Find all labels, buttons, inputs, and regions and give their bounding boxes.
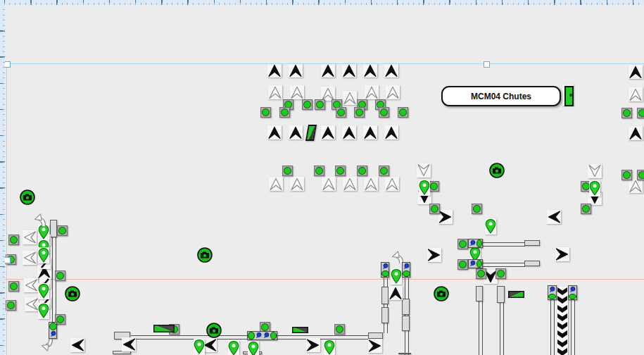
location-pin-icon[interactable]: [38, 303, 49, 319]
valve-indicator[interactable]: [562, 85, 574, 106]
status-dot[interactable]: [472, 204, 482, 214]
black-chevron-down-icon: [557, 322, 567, 330]
ruler-minor-ticks: [3, 4, 5, 355]
conveyor-segment: [476, 286, 483, 301]
camera-icon[interactable]: [197, 247, 213, 263]
location-pin-icon[interactable]: [391, 268, 402, 285]
status-dot-lamp: [355, 108, 363, 116]
status-dot[interactable]: [357, 166, 367, 176]
white-chevron-up-icon: [290, 177, 304, 191]
status-dot[interactable]: [637, 108, 644, 118]
blue-indicator-icon: [469, 239, 476, 247]
black-chevron-up-icon: [384, 125, 398, 139]
location-pin-icon[interactable]: [248, 341, 259, 355]
status-dot[interactable]: [354, 107, 365, 118]
conveyor-segment: [524, 240, 540, 246]
conveyor-segment: [402, 316, 410, 331]
status-dot[interactable]: [398, 107, 408, 118]
white-chevron-up-icon: [386, 85, 400, 99]
black-chevron-left-icon: [203, 338, 217, 352]
status-dot[interactable]: [282, 166, 293, 176]
camera-icon[interactable]: [65, 286, 80, 301]
status-dot[interactable]: [8, 281, 19, 292]
ramp-indicator: [153, 325, 175, 332]
white-chevron-left-icon: [25, 297, 39, 311]
camera-icon[interactable]: [434, 286, 449, 301]
status-dot-lamp: [262, 108, 270, 116]
black-chevron-up-icon: [342, 125, 356, 139]
status-dot-lamp: [10, 282, 18, 290]
device-panel[interactable]: [468, 259, 483, 268]
status-dot[interactable]: [429, 181, 439, 192]
scada-canvas[interactable]: MCM04 Chutes: [0, 0, 644, 355]
camera-icon[interactable]: [489, 163, 505, 178]
conveyor-line: [483, 263, 525, 267]
black-chevron-up-icon: [363, 63, 377, 77]
location-pin-icon[interactable]: [194, 339, 205, 355]
device-panel[interactable]: [49, 322, 57, 339]
chute-group-label[interactable]: MCM04 Chutes: [441, 86, 561, 106]
white-chevron-down-icon: [588, 164, 602, 178]
status-dot[interactable]: [621, 170, 632, 180]
camera-icon[interactable]: [20, 189, 35, 205]
status-dot[interactable]: [8, 235, 19, 245]
blue-indicator-icon: [255, 332, 263, 340]
location-pin-icon[interactable]: [419, 180, 430, 196]
status-dot[interactable]: [457, 239, 468, 249]
status-dot[interactable]: [260, 107, 271, 118]
selection-edge: [6, 63, 7, 355]
black-chevron-right-icon: [427, 248, 441, 262]
status-dot[interactable]: [315, 99, 325, 110]
location-pin-icon[interactable]: [485, 218, 496, 235]
status-dot[interactable]: [495, 268, 506, 279]
status-dot[interactable]: [334, 324, 345, 335]
conveyor-line: [483, 242, 525, 247]
status-dot[interactable]: [57, 225, 68, 236]
status-dot[interactable]: [314, 166, 324, 176]
black-chevron-up-icon: [289, 125, 303, 139]
status-dot[interactable]: [379, 166, 389, 176]
camera-icon[interactable]: [206, 323, 222, 338]
device-panel[interactable]: [548, 285, 557, 300]
white-chevron-up-icon: [321, 87, 335, 101]
conveyor-segment: [524, 261, 540, 266]
location-pin-icon[interactable]: [324, 340, 335, 355]
white-chevron-up-icon: [629, 87, 643, 101]
status-dot[interactable]: [336, 107, 346, 118]
device-panel[interactable]: [402, 262, 410, 278]
device-panel[interactable]: [468, 239, 483, 248]
status-dot[interactable]: [581, 204, 591, 214]
status-dot[interactable]: [637, 170, 644, 180]
conveyor-segment: [497, 286, 505, 303]
white-chevron-left-icon: [24, 278, 38, 292]
status-dot[interactable]: [379, 107, 389, 118]
device-panel[interactable]: [568, 285, 577, 300]
status-dot[interactable]: [55, 270, 65, 281]
black-chevron-up-icon: [629, 65, 643, 79]
status-dot[interactable]: [476, 268, 486, 279]
status-dot[interactable]: [302, 99, 312, 110]
location-pin-icon[interactable]: [38, 247, 49, 263]
valve-dot: [569, 94, 572, 96]
horizontal-ruler: [0, 0, 644, 5]
status-dot[interactable]: [457, 259, 468, 270]
location-pin-icon[interactable]: [228, 340, 239, 355]
white-chevron-up-icon: [268, 85, 282, 99]
device-panel[interactable]: [381, 262, 389, 278]
selection-handle[interactable]: [484, 61, 490, 68]
status-dot-lamp: [380, 167, 388, 175]
status-dot[interactable]: [621, 108, 632, 118]
status-dot-lamp: [381, 270, 389, 277]
status-dot[interactable]: [335, 166, 346, 176]
device-panel[interactable]: [247, 331, 277, 340]
location-pin-icon[interactable]: [38, 283, 49, 299]
location-pin-icon[interactable]: [589, 180, 600, 197]
gate-indicator[interactable]: [305, 125, 317, 141]
status-dot[interactable]: [279, 107, 290, 118]
conveyor-segment: [381, 307, 389, 323]
black-chevron-up-icon: [267, 63, 282, 77]
ramp-indicator: [508, 291, 524, 298]
black-chevron-up-icon: [389, 286, 403, 300]
white-chevron-up-icon: [385, 177, 399, 191]
status-dot[interactable]: [429, 204, 440, 214]
